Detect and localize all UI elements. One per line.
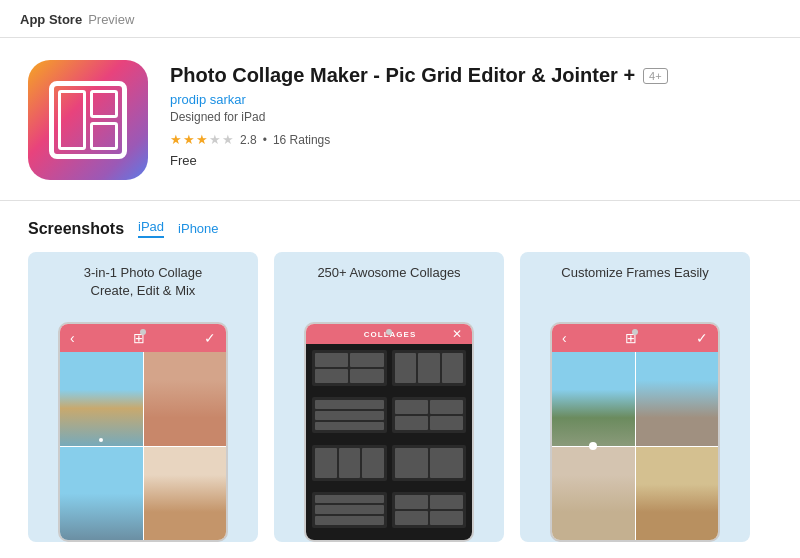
screenshot-card-1: 3-in-1 Photo CollageCreate, Edit & Mix ‹…: [28, 252, 258, 542]
screenshot-caption-3: Customize Frames Easily: [551, 264, 718, 282]
app-info-section: Photo Collage Maker - Pic Grid Editor & …: [0, 38, 800, 201]
cell: [315, 448, 337, 478]
cell: [350, 353, 383, 367]
tablet-notch-3: [632, 329, 638, 335]
star-5: ★: [222, 132, 234, 147]
cell: [395, 400, 428, 414]
collage-grid: [306, 344, 472, 540]
screenshot-card-3: Customize Frames Easily ‹ ⊞ ✓: [520, 252, 750, 542]
screen1-photos: [60, 352, 226, 540]
cell: [430, 448, 463, 478]
template-7: [312, 492, 387, 528]
app-price: Free: [170, 153, 772, 168]
template-3: [312, 397, 387, 433]
screenshots-section: Screenshots iPad iPhone 3-in-1 Photo Col…: [0, 201, 800, 542]
screenshots-row: 3-in-1 Photo CollageCreate, Edit & Mix ‹…: [28, 252, 772, 542]
appstore-label: App Store: [20, 12, 82, 27]
app-title: Photo Collage Maker - Pic Grid Editor & …: [170, 64, 635, 87]
cell: [315, 516, 384, 525]
back-chevron-icon-3: ‹: [562, 330, 567, 346]
cell: [315, 369, 348, 383]
star-1: ★: [170, 132, 182, 147]
screenshot-caption-1: 3-in-1 Photo CollageCreate, Edit & Mix: [74, 264, 213, 300]
photo-selfie: [144, 352, 227, 446]
app-details: Photo Collage Maker - Pic Grid Editor & …: [170, 60, 772, 180]
app-designed-for: Designed for iPad: [170, 110, 772, 124]
photo-beach: [60, 352, 143, 446]
cell: [430, 511, 463, 525]
rating-row: ★ ★ ★ ★ ★ 2.8 • 16 Ratings: [170, 132, 772, 147]
tab-iphone[interactable]: iPhone: [178, 221, 218, 236]
cell: [395, 416, 428, 430]
screenshot-card-2: 250+ Awosome Collages COLLAGES ✕: [274, 252, 504, 542]
cell: [315, 411, 384, 420]
photo-statue: [636, 447, 719, 541]
photo-people: [552, 447, 635, 541]
cell: [442, 353, 464, 383]
dot-indicator: [99, 438, 103, 442]
template-4: [392, 397, 467, 433]
star-2: ★: [183, 132, 195, 147]
photo-city: [60, 447, 143, 541]
check-icon-3: ✓: [696, 330, 708, 346]
cell: [395, 495, 428, 509]
tablet-notch-1: [140, 329, 146, 335]
back-chevron-icon: ‹: [70, 330, 75, 346]
screenshot-caption-2: 250+ Awosome Collages: [307, 264, 470, 282]
photo-eiffel: [552, 352, 635, 446]
cell: [430, 400, 463, 414]
rating-count: •: [263, 133, 267, 147]
template-6: [392, 445, 467, 481]
cell: [315, 422, 384, 431]
cell: [315, 505, 384, 514]
tablet-frame-3: ‹ ⊞ ✓: [550, 322, 720, 542]
tablet-frame-1: ‹ ⊞ ✓: [58, 322, 228, 542]
screen3-photos: [552, 352, 718, 540]
screenshots-title: Screenshots: [28, 220, 124, 238]
cell: [362, 448, 384, 478]
cell: [395, 511, 428, 525]
photo-bridge: [636, 352, 719, 446]
app-store-header: App Store Preview: [0, 0, 800, 38]
resize-handle: [589, 442, 597, 450]
screenshots-header: Screenshots iPad iPhone: [28, 219, 772, 238]
photo-couple: [144, 447, 227, 541]
tablet-frame-2: COLLAGES ✕: [304, 322, 474, 542]
cell: [418, 353, 440, 383]
star-rating: ★ ★ ★ ★ ★: [170, 132, 234, 147]
template-1: [312, 350, 387, 386]
check-icon: ✓: [204, 330, 216, 346]
tablet-notch-2: [386, 329, 392, 335]
cell: [350, 369, 383, 383]
cell: [315, 353, 348, 367]
app-developer[interactable]: prodip sarkar: [170, 92, 772, 107]
cell: [395, 353, 417, 383]
preview-label: Preview: [88, 12, 134, 27]
template-5: [312, 445, 387, 481]
rating-score: 2.8: [240, 133, 257, 147]
template-8: [392, 492, 467, 528]
cell: [430, 495, 463, 509]
tab-ipad[interactable]: iPad: [138, 219, 164, 238]
template-2: [392, 350, 467, 386]
age-badge: 4+: [643, 68, 668, 84]
cell: [315, 400, 384, 409]
rating-count-label: 16 Ratings: [273, 133, 330, 147]
star-3: ★: [196, 132, 208, 147]
app-icon: [28, 60, 148, 180]
cell: [395, 448, 428, 478]
cell: [339, 448, 361, 478]
cell: [430, 416, 463, 430]
close-icon: ✕: [452, 327, 462, 341]
cell: [315, 495, 384, 504]
star-4: ★: [209, 132, 221, 147]
